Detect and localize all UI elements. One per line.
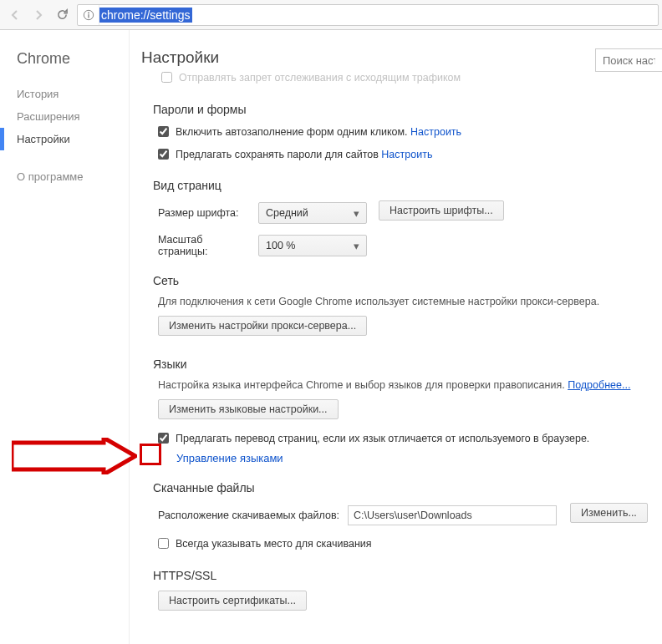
- sidebar-title: Chrome: [17, 50, 129, 68]
- section-appearance: Вид страниц Размер шрифта: Средний ▾ Нас…: [141, 179, 662, 257]
- ask-location-checkbox[interactable]: [158, 538, 169, 549]
- sidebar-item-extensions[interactable]: Расширения: [17, 105, 129, 128]
- tracking-label: Отправлять запрет отслеживания с исходящ…: [179, 70, 461, 86]
- tracking-checkbox[interactable]: [161, 72, 172, 83]
- search-input[interactable]: [595, 48, 662, 72]
- section-downloads-title: Скачанные файлы: [153, 481, 662, 494]
- download-path-label: Расположение скачиваемых файлов:: [158, 510, 339, 521]
- save-passwords-label: Предлагать сохранять пароли для сайтов: [176, 149, 379, 160]
- browser-toolbar: chrome://settings: [0, 0, 662, 30]
- zoom-value: 100 %: [266, 240, 295, 251]
- section-network-title: Сеть: [153, 274, 662, 287]
- save-passwords-checkbox[interactable]: [158, 149, 169, 160]
- section-passwords-title: Пароли и формы: [153, 103, 662, 116]
- change-download-path-button[interactable]: Изменить...: [570, 503, 648, 523]
- font-size-label: Размер шрифта:: [158, 207, 250, 219]
- page-title: Настройки: [141, 48, 219, 67]
- customize-fonts-button[interactable]: Настроить шрифты...: [379, 200, 504, 221]
- settings-content: Настройки Отправлять запрет отслеживания…: [130, 30, 662, 644]
- section-languages: Языки Настройка языка интерфейса Chrome …: [141, 357, 662, 464]
- svg-point-1: [88, 12, 89, 13]
- network-desc: Для подключения к сети Google Chrome исп…: [153, 296, 662, 307]
- proxy-settings-button[interactable]: Изменить настройки прокси-сервера...: [158, 316, 367, 336]
- certificates-button[interactable]: Настроить сертификаты...: [158, 591, 307, 611]
- font-size-value: Средний: [266, 207, 308, 219]
- section-https: HTTPS/SSL Настроить сертификаты...: [141, 569, 662, 616]
- back-button[interactable]: [3, 3, 27, 27]
- languages-desc: Настройка языка интерфейса Chrome и выбо…: [158, 379, 565, 391]
- reload-button[interactable]: [50, 3, 74, 27]
- site-info-icon[interactable]: [78, 5, 99, 25]
- zoom-select[interactable]: 100 % ▾: [258, 235, 367, 256]
- autofill-label: Включить автозаполнение форм одним клико…: [176, 126, 408, 138]
- ask-location-label: Всегда указывать место для скачивания: [176, 536, 372, 552]
- sidebar-item-about[interactable]: О программе: [17, 165, 129, 188]
- sidebar-item-history[interactable]: История: [17, 83, 129, 105]
- autofill-checkbox[interactable]: [158, 126, 169, 137]
- autofill-configure-link[interactable]: Настроить: [410, 126, 461, 138]
- sidebar: Chrome История Расширения Настройки О пр…: [0, 30, 130, 644]
- download-path-input[interactable]: [348, 505, 557, 525]
- translate-label: Предлагать перевод страниц, если их язык…: [176, 431, 589, 447]
- url-text: chrome://settings: [99, 8, 192, 23]
- zoom-label: Масштаб страницы:: [158, 234, 250, 257]
- section-downloads: Скачанные файлы Расположение скачиваемых…: [141, 481, 662, 552]
- section-https-title: HTTPS/SSL: [153, 569, 662, 582]
- forward-button[interactable]: [27, 3, 50, 27]
- tracking-row: Отправлять запрет отслеживания с исходящ…: [141, 70, 662, 86]
- passwords-configure-link[interactable]: Настроить: [381, 149, 432, 160]
- translate-checkbox[interactable]: [158, 433, 169, 444]
- chevron-down-icon: ▾: [354, 207, 359, 220]
- sidebar-item-settings[interactable]: Настройки: [17, 128, 129, 150]
- manage-languages-link[interactable]: Управление языками: [176, 452, 283, 464]
- section-passwords: Пароли и формы Включить автозаполнение ф…: [141, 103, 662, 163]
- svg-rect-2: [88, 14, 89, 18]
- section-network: Сеть Для подключения к сети Google Chrom…: [141, 274, 662, 341]
- url-bar[interactable]: chrome://settings: [77, 4, 659, 26]
- chevron-down-icon: ▾: [354, 240, 359, 252]
- font-size-select[interactable]: Средний ▾: [258, 202, 367, 224]
- language-settings-button[interactable]: Изменить языковые настройки...: [158, 399, 339, 419]
- section-languages-title: Языки: [153, 357, 662, 371]
- languages-more-link[interactable]: Подробнее...: [568, 379, 630, 391]
- section-appearance-title: Вид страниц: [153, 179, 662, 192]
